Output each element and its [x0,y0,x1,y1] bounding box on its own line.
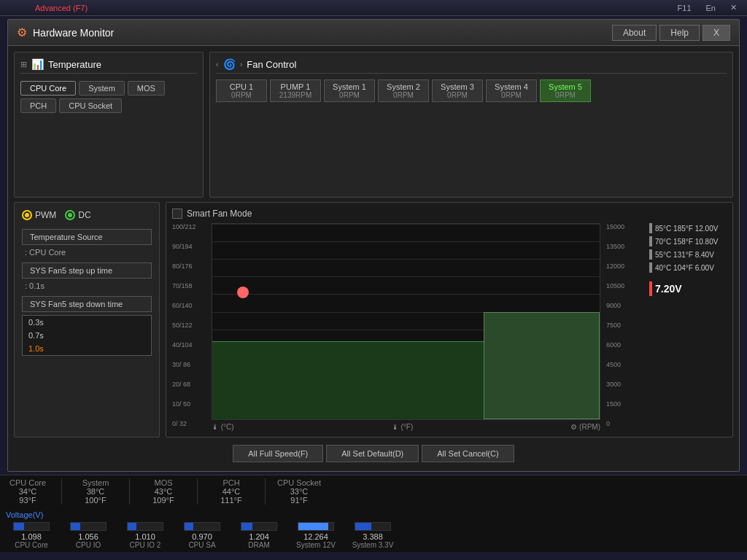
temp-bar-2 [649,236,652,246]
voltage-section-label: Voltage(V) [6,510,741,519]
temp-scale-item-2: 70°C 158°F 10.80V [649,236,724,246]
voltage-indicator-bar [649,281,652,296]
voltage-name: CPU SA [188,541,215,549]
status-temp-c: 44°C [222,487,241,496]
panels-row: ⊞ 📊 Temperature CPU Core System MOS PCH … [14,52,733,198]
en-btn[interactable]: En [702,3,720,13]
status-sep-2 [129,478,130,505]
fan-btn-sys2[interactable]: System 2 0RPM [378,79,429,102]
temp-panel-title: Temperature [48,59,101,70]
fan-btn-sys5[interactable]: System 5 0RPM [540,79,591,102]
pwm-dc-group: PWM DC [22,210,152,220]
fan-btn-sys4[interactable]: System 4 0RPM [486,79,537,102]
status-temp-c: 34°C [19,487,37,496]
rpm-icon: ⚙ (RPM) [570,423,600,431]
voltage-value: 0.970 [192,532,212,541]
window-titlebar: ⚙ Hardware Monitor About Help X [8,20,739,46]
close-topbar-btn[interactable]: ✕ [726,2,741,13]
fan-btn-cpu1[interactable]: CPU 1 0RPM [216,79,267,102]
current-voltage: 7.20V [655,283,682,295]
voltage-bar-fill [71,523,80,530]
pwm-radio[interactable]: PWM [22,210,56,220]
voltage-name: DRAM [248,541,269,549]
fan-panel-header: ‹ 🌀 › Fan Control [216,58,727,74]
voltage-bar-fill [128,523,136,530]
temp-tab-buttons: CPU Core System MOS PCH CPU Socket [20,81,197,113]
window-icon: ⚙ [17,26,27,39]
temp-panel-header: ⊞ 📊 Temperature [20,58,197,74]
status-pch: PCH 44°C 111°F [209,478,253,505]
dc-label: DC [78,210,90,220]
grid-line-4 [212,294,600,295]
f11-btn[interactable]: F11 [673,3,696,13]
temp-source-button[interactable]: Temperature Source [22,229,152,245]
voltage-bars-row: 1.098 CPU Core 1.056 CPU IO 1.010 CPU IO… [6,522,741,549]
help-button[interactable]: Help [659,25,700,41]
fan-control-panel: ‹ 🌀 › Fan Control CPU 1 0RPM PUMP 1 2139… [209,52,733,198]
chart-indicator-dot[interactable] [237,287,249,298]
step-down-button[interactable]: SYS Fan5 step down time [22,296,152,312]
fan-label: System 4 [494,82,529,91]
status-temp-f: 93°F [19,496,36,505]
fan-arrow: ‹ [216,60,219,69]
voltage-section: Voltage(V) 1.098 CPU Core 1.056 CPU IO 1… [0,508,747,552]
voltage-item-cpu-core: 1.098 CPU Core [6,522,57,549]
content-area: ⊞ 📊 Temperature CPU Core System MOS PCH … [8,46,739,471]
step-up-value: : 0.1s [22,281,152,290]
step-down-dropdown: 0.3s 0.7s 1.0s [22,315,152,356]
middle-row: PWM DC Temperature Source : CPU Core SYS… [14,202,733,438]
temp-scale-item-3: 55°C 131°F 8.40V [649,249,724,260]
advanced-label: Advanced (F7) [35,4,88,12]
close-window-button[interactable]: X [703,25,730,41]
temp-scale-item-1: 85°C 185°F 12.00V [649,223,724,233]
temp-bar-1 [649,223,652,233]
status-temp-c: 43°C [155,487,173,496]
status-temp-f: 109°F [152,496,174,505]
dropdown-item-2[interactable]: 1.0s [23,342,151,355]
temp-source-value: : CPU Core [22,248,152,257]
fan-arrow2: › [240,60,243,69]
fan-rpm: 0RPM [386,91,421,99]
status-label: MOS [154,478,172,487]
status-system: System 38°C 100°F [74,478,117,505]
temp-icon: 📊 [31,58,44,70]
temp-scale-panel: 85°C 185°F 12.00V 70°C 158°F 10.80V 55°C… [646,223,727,431]
status-cpu-socket: CPU Socket 33°C 91°F [277,478,321,505]
step-up-button[interactable]: SYS Fan5 step up time [22,262,152,279]
fan-rpm: 0RPM [440,91,475,99]
voltage-value: 1.056 [78,532,98,541]
fahrenheit-icon: 🌡 (°F) [392,423,414,431]
fan-btn-sys3[interactable]: System 3 0RPM [432,79,483,102]
voltage-name: CPU IO [76,541,101,549]
smart-fan-checkbox[interactable] [172,209,182,219]
all-set-default-button[interactable]: All Set Default(D) [326,445,419,462]
expand-icon[interactable]: ⊞ [20,60,27,69]
dropdown-item-1[interactable]: 0.7s [23,329,151,342]
voltage-value: 1.098 [21,532,42,541]
chart-main: 🌡 (°C) 🌡 (°F) ⚙ (RPM) [212,223,600,431]
smart-fan-header: Smart Fan Mode [172,209,727,219]
fan-btn-pump1[interactable]: PUMP 1 2139RPM [270,79,321,102]
all-set-cancel-button[interactable]: All Set Cancel(C) [422,445,514,462]
status-mos: MOS 43°C 109°F [142,478,185,505]
all-full-speed-button[interactable]: All Full Speed(F) [233,445,323,462]
voltage-bar-fill [355,523,371,530]
about-button[interactable]: About [612,25,657,41]
voltage-item-cpu-io2: 1.010 CPU IO 2 [120,522,171,549]
tab-pch[interactable]: PCH [20,98,56,113]
temperature-panel: ⊞ 📊 Temperature CPU Core System MOS PCH … [14,52,204,198]
voltage-value: 1.010 [135,532,155,541]
tab-cpu-socket[interactable]: CPU Socket [59,98,122,113]
tab-mos[interactable]: MOS [128,81,165,96]
tab-system[interactable]: System [79,81,125,96]
dropdown-item-0[interactable]: 0.3s [23,316,151,329]
voltage-name: CPU IO 2 [130,541,161,549]
tab-cpu-core[interactable]: CPU Core [20,81,76,96]
voltage-bar-fill [185,523,193,530]
fan-label: CPU 1 [224,82,259,91]
fan-panel-title: Fan Control [247,59,296,70]
voltage-bar-fill [241,523,252,530]
dc-radio[interactable]: DC [65,210,90,220]
fan-btn-sys1[interactable]: System 1 0RPM [324,79,375,102]
status-sep-3 [197,478,198,505]
